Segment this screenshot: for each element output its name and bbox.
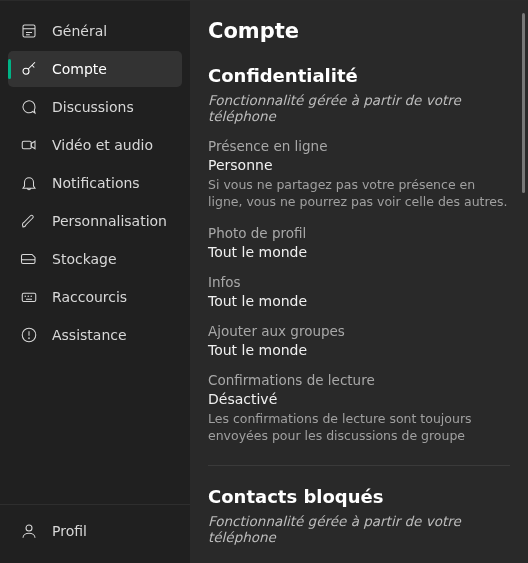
setting-label: Ajouter aux groupes xyxy=(208,323,510,339)
setting-desc: Si vous ne partagez pas votre présence e… xyxy=(208,177,510,211)
scrollbar-thumb[interactable] xyxy=(522,13,525,193)
page-title: Compte xyxy=(208,19,510,43)
chat-icon xyxy=(20,98,38,116)
sidebar-list: Général Compte Discussions Vidéo et xyxy=(0,13,190,504)
sidebar-item-profile[interactable]: Profil xyxy=(8,513,182,549)
sidebar-item-label: Vidéo et audio xyxy=(52,137,153,153)
setting-presence[interactable]: Présence en ligne Personne Si vous ne pa… xyxy=(208,138,510,211)
setting-desc: Les confirmations de lecture sont toujou… xyxy=(208,411,510,445)
video-icon xyxy=(20,136,38,154)
sidebar-item-label: Compte xyxy=(52,61,107,77)
sidebar: Général Compte Discussions Vidéo et xyxy=(0,0,190,563)
key-icon xyxy=(20,60,38,78)
sidebar-item-label: Notifications xyxy=(52,175,140,191)
sidebar-item-label: Raccourcis xyxy=(52,289,127,305)
setting-value: Tout le monde xyxy=(208,293,510,309)
svg-rect-7 xyxy=(22,293,36,301)
bell-icon xyxy=(20,174,38,192)
sidebar-item-shortcuts[interactable]: Raccourcis xyxy=(8,279,182,315)
setting-read-receipts[interactable]: Confirmations de lecture Désactivé Les c… xyxy=(208,372,510,445)
privacy-subtitle: Fonctionnalité gérée à partir de votre t… xyxy=(208,92,510,124)
storage-icon xyxy=(20,250,38,268)
setting-profile-photo[interactable]: Photo de profil Tout le monde xyxy=(208,225,510,260)
settings-icon xyxy=(20,22,38,40)
sidebar-item-general[interactable]: Général xyxy=(8,13,182,49)
sidebar-item-label: Assistance xyxy=(52,327,127,343)
help-icon xyxy=(20,326,38,344)
sidebar-item-video-audio[interactable]: Vidéo et audio xyxy=(8,127,182,163)
section-divider xyxy=(208,465,510,466)
sidebar-item-label: Général xyxy=(52,23,107,39)
svg-rect-5 xyxy=(22,141,31,149)
blocked-heading: Contacts bloqués xyxy=(208,486,510,507)
setting-value: Personne xyxy=(208,157,510,173)
setting-value: Tout le monde xyxy=(208,342,510,358)
svg-point-4 xyxy=(23,68,29,74)
sidebar-item-label: Discussions xyxy=(52,99,134,115)
sidebar-item-account[interactable]: Compte xyxy=(8,51,182,87)
svg-point-15 xyxy=(26,525,32,531)
keyboard-icon xyxy=(20,288,38,306)
sidebar-item-label: Profil xyxy=(52,523,87,539)
sidebar-item-label: Stockage xyxy=(52,251,117,267)
setting-label: Photo de profil xyxy=(208,225,510,241)
profile-icon xyxy=(20,522,38,540)
setting-value: Tout le monde xyxy=(208,244,510,260)
blocked-subtitle: Fonctionnalité gérée à partir de votre t… xyxy=(208,513,510,545)
sidebar-item-chats[interactable]: Discussions xyxy=(8,89,182,125)
setting-label: Infos xyxy=(208,274,510,290)
brush-icon xyxy=(20,212,38,230)
active-accent xyxy=(8,59,11,79)
privacy-heading: Confidentialité xyxy=(208,65,510,86)
setting-groups[interactable]: Ajouter aux groupes Tout le monde xyxy=(208,323,510,358)
sidebar-item-help[interactable]: Assistance xyxy=(8,317,182,353)
main-panel: Compte Confidentialité Fonctionnalité gé… xyxy=(190,0,528,563)
setting-label: Présence en ligne xyxy=(208,138,510,154)
sidebar-item-label: Personnalisation xyxy=(52,213,167,229)
sidebar-item-personalization[interactable]: Personnalisation xyxy=(8,203,182,239)
setting-about[interactable]: Infos Tout le monde xyxy=(208,274,510,309)
sidebar-item-storage[interactable]: Stockage xyxy=(8,241,182,277)
setting-label: Confirmations de lecture xyxy=(208,372,510,388)
setting-value: Désactivé xyxy=(208,391,510,407)
sidebar-item-notifications[interactable]: Notifications xyxy=(8,165,182,201)
